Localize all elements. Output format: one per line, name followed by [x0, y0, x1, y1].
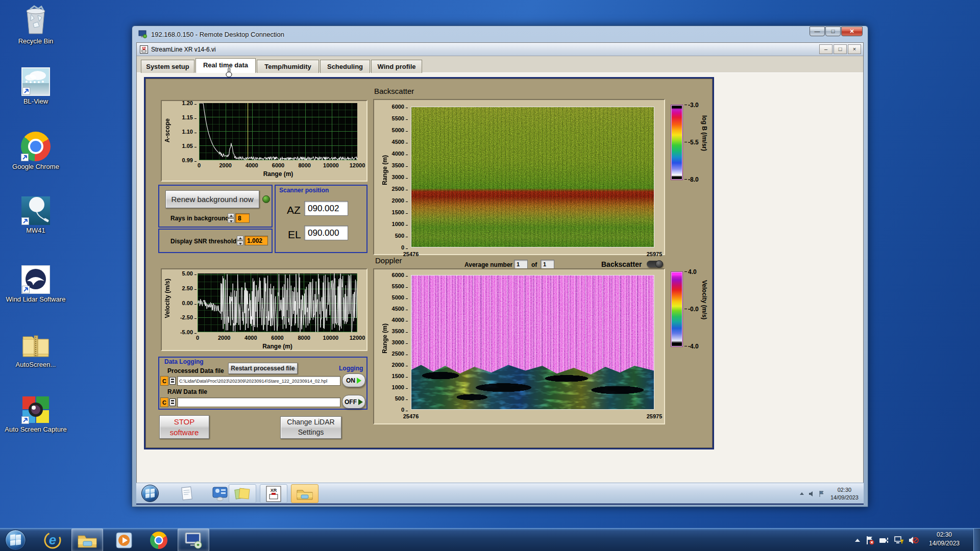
desktop-icon-wind-lidar[interactable]: Wind Lidar Software — [3, 265, 68, 304]
desktop-icon-google-chrome[interactable]: Google Chrome — [3, 132, 68, 171]
tick-label: 1.15 — [182, 114, 197, 120]
power-battery-icon[interactable] — [879, 536, 889, 544]
shortcut-arrow-icon — [21, 154, 29, 161]
change-lidar-settings-button[interactable]: Change LiDARSettings — [280, 416, 341, 439]
processed-path-field[interactable]: C:\Lidar\Data\Proc\2023\202309\20230914\… — [177, 376, 340, 386]
tick-label: -4.0 — [684, 343, 699, 350]
taskbar-wmp-button[interactable] — [108, 529, 140, 551]
backscatter-toggle-label: Backscatter — [601, 260, 642, 268]
rays-spinner[interactable] — [228, 213, 234, 223]
desktop-icon-recycle-bin[interactable]: Recycle Bin — [3, 4, 68, 45]
taskbar-chrome-button[interactable] — [143, 529, 175, 551]
tick-label: 12000 — [350, 335, 365, 341]
tray-expand-arrow-icon[interactable] — [854, 538, 861, 543]
sticky-notes-button[interactable] — [229, 484, 256, 503]
backscatter-x-ticks: 2547625975 — [411, 251, 654, 258]
internet-explorer-icon: e — [43, 531, 62, 550]
desktop-icon-auto-screen-capture[interactable]: Auto Screen Capture — [3, 395, 68, 434]
tab-scheduling[interactable]: Scheduling — [320, 60, 370, 73]
vi-maximize-button[interactable]: □ — [834, 44, 847, 54]
start-button[interactable] — [5, 530, 26, 550]
taskbar-clock[interactable]: 02:3014/09/2023 — [921, 531, 968, 548]
raw-drive-box[interactable]: C — [160, 397, 168, 407]
windows-explorer-icon — [77, 532, 97, 549]
snr-spinner[interactable] — [237, 236, 243, 245]
el-value-field[interactable] — [304, 226, 348, 240]
processed-drive-box[interactable]: C — [160, 376, 168, 386]
tab-system-setup[interactable]: System setup — [141, 60, 194, 73]
taskbar-rdp-button[interactable] — [178, 529, 209, 551]
session-volume-icon[interactable] — [808, 490, 815, 497]
session-tray-arrow-icon[interactable] — [799, 491, 805, 496]
processed-browse-icon[interactable] — [169, 377, 176, 385]
velocity-y-ticks: 5.002.500.00-2.50-5.00 — [172, 273, 197, 332]
session-flag-icon[interactable] — [818, 490, 824, 497]
control-panel-icon[interactable] — [212, 486, 228, 501]
notepad-icon[interactable] — [179, 486, 194, 501]
tick-label: 5000 — [392, 127, 408, 133]
rays-value[interactable]: 8 — [235, 213, 250, 223]
tick-label: 0 — [196, 335, 199, 341]
show-desktop-button[interactable] — [973, 529, 980, 551]
processed-logging-on-button[interactable]: ON — [342, 373, 365, 387]
labview-vi-button[interactable]: XR — [260, 484, 287, 503]
vi-close-button[interactable]: × — [848, 44, 861, 54]
network-icon[interactable]: ! — [894, 536, 904, 544]
minimize-button[interactable]: — — [810, 27, 825, 36]
doppler-colorbar — [671, 272, 682, 346]
processed-data-file-label: Processed Data file — [167, 367, 224, 374]
average-of-label: of — [531, 261, 537, 268]
recycle-bin-icon — [21, 4, 51, 36]
average-total-field[interactable] — [541, 260, 554, 269]
taskbar-explorer-button[interactable] — [71, 529, 103, 551]
desktop-icon-bl-view[interactable]: BL-View — [3, 67, 68, 106]
tab-wind-profile[interactable]: Wind profile — [371, 60, 422, 73]
renew-background-button[interactable]: Renew background now — [165, 190, 259, 208]
session-clock[interactable]: 02:3014/09/2023 — [827, 486, 862, 501]
desktop-icon-label: Recycle Bin — [3, 37, 68, 45]
action-center-flag-icon[interactable] — [866, 536, 874, 545]
chrome-icon — [21, 132, 51, 161]
scanner-position-box: Scanner position AZ EL — [275, 185, 368, 253]
raw-logging-off-button[interactable]: OFF — [342, 395, 365, 409]
tick-label: 12000 — [350, 162, 365, 168]
taskbar-ie-button[interactable]: e — [37, 529, 68, 551]
vi-window: XR StreamLine XR v14-6.vi – □ × System s… — [136, 42, 864, 484]
remote-desktop-icon — [183, 531, 204, 549]
renew-background-led — [262, 195, 270, 203]
logging-label: Logging — [339, 365, 363, 372]
average-number-field[interactable] — [514, 260, 528, 269]
velocity-trace — [198, 273, 357, 332]
backscatter-noise-texture — [411, 107, 654, 247]
tick-label: 4000 — [244, 335, 257, 341]
backscatter-title: Backscatter — [374, 87, 414, 95]
desktop-icon-label: Google Chrome — [3, 163, 68, 171]
restart-processed-file-button[interactable]: Restart processed file — [228, 363, 298, 374]
vi-titlebar[interactable]: XR StreamLine XR v14-6.vi – □ × — [137, 43, 863, 56]
vi-minimize-button[interactable]: – — [819, 44, 832, 54]
volume-muted-icon[interactable] — [909, 536, 919, 544]
snr-value[interactable]: 1.002 — [244, 236, 268, 245]
az-value-field[interactable] — [304, 201, 348, 216]
raw-path-field[interactable] — [177, 397, 340, 407]
explorer-session-button[interactable] — [291, 484, 318, 503]
tick-label: 2000 — [392, 197, 408, 204]
mw41-icon — [21, 196, 50, 225]
stop-software-button[interactable]: STOPsoftware — [159, 415, 209, 439]
desktop-icon-autoscreen-zip[interactable]: AutoScreen... — [3, 332, 68, 369]
maximize-button[interactable]: □ — [825, 27, 841, 36]
tick-label: -3.0 — [684, 102, 699, 109]
backscatter-toggle[interactable] — [647, 261, 663, 267]
tick-label: 2000 — [392, 362, 408, 368]
velocity-x-ticks: 020004000600080001000012000 — [198, 335, 357, 341]
desktop-icon-mw41[interactable]: MW41 — [3, 196, 68, 235]
rdp-titlebar[interactable]: 192.168.0.150 - Remote Desktop Connectio… — [132, 26, 868, 42]
backscatter-heatmap — [411, 107, 654, 247]
raw-browse-icon[interactable] — [169, 398, 176, 406]
shortcut-arrow-icon — [22, 87, 30, 95]
close-button[interactable]: ✕ — [841, 27, 863, 36]
tab-temp-humidity[interactable]: Temp/humidity — [257, 60, 319, 73]
tick-label: 6000 — [272, 162, 284, 168]
tick-label: 500 — [395, 395, 408, 402]
session-start-button[interactable] — [141, 485, 159, 502]
